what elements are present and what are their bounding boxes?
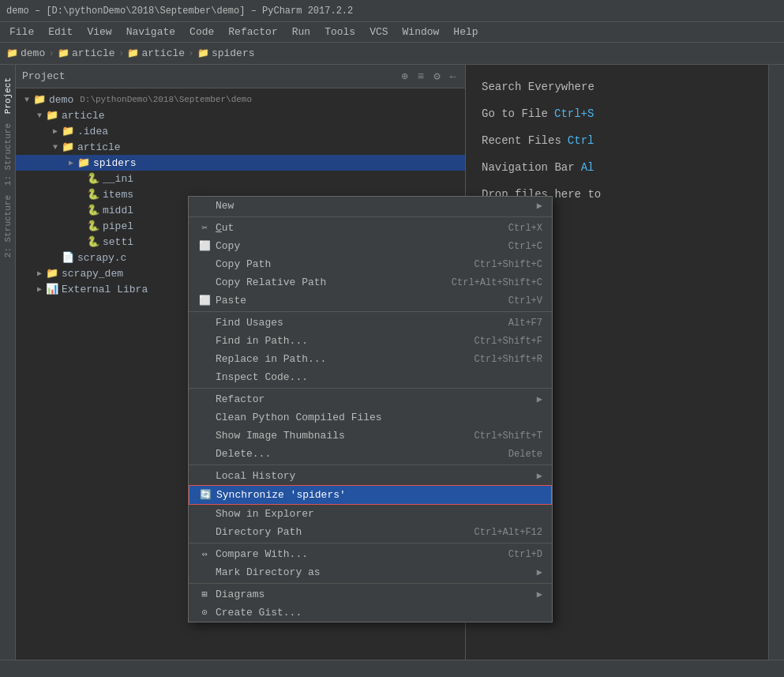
ctx-cleancompiled-label: Clean Python Compiled Files: [216, 412, 382, 423]
ctx-sep3: [189, 464, 552, 465]
ctx-creategist-icon: ⊙: [198, 607, 211, 619]
ctx-synchronize[interactable]: 🔄 Synchronize 'spiders': [189, 485, 552, 505]
menu-item-file[interactable]: File: [3, 24, 40, 39]
ctx-copyrelpath-label: Copy Relative Path: [216, 276, 326, 288]
structure-tab-2[interactable]: 2: Structure: [2, 190, 14, 262]
menu-item-run[interactable]: Run: [286, 24, 317, 39]
project-tab[interactable]: Project: [2, 73, 14, 118]
tree-label-article2: article: [77, 141, 121, 153]
menu-item-refactor[interactable]: Refactor: [222, 24, 283, 39]
ctx-diagrams-arrow: ▶: [537, 589, 542, 600]
ctx-findusages-shortcut: Alt+F7: [508, 318, 542, 329]
breadcrumb-separator: ›: [118, 47, 125, 59]
title-bar: demo – [D:\pythonDemo\2018\September\dem…: [0, 0, 784, 22]
ctx-find-in-path[interactable]: Find in Path... Ctrl+Shift+F: [189, 332, 552, 350]
header-icon-add[interactable]: ⊕: [399, 69, 410, 84]
ctx-create-gist[interactable]: ⊙ Create Gist...: [189, 604, 552, 622]
ctx-replace-in-path[interactable]: Replace in Path... Ctrl+Shift+R: [189, 350, 552, 368]
ctx-copy-label: Copy: [216, 240, 240, 252]
breadcrumb-label: article: [141, 47, 185, 59]
tree-item-demo[interactable]: ▼ 📁 demo D:\pythonDemo\2018\September\de…: [16, 92, 465, 107]
menu-item-window[interactable]: Window: [396, 24, 446, 39]
menu-item-vcs[interactable]: VCS: [363, 24, 394, 39]
menu-item-tools[interactable]: Tools: [318, 24, 362, 39]
tree-arrow-scrapydem: ▶: [35, 269, 44, 278]
tree-label-article1: article: [62, 110, 105, 122]
ctx-new-arrow: ▶: [537, 200, 542, 212]
hint-nav-key: Al: [581, 161, 595, 174]
menu-item-help[interactable]: Help: [447, 24, 484, 39]
ctx-cut[interactable]: ✂ Cut Ctrl+X: [189, 219, 552, 237]
tree-item-spiders[interactable]: ▶ 📁 spiders: [16, 155, 465, 171]
menu-item-code[interactable]: Code: [183, 24, 220, 39]
tree-label-pipel: pipel: [103, 220, 133, 232]
menu-item-view[interactable]: View: [81, 24, 118, 39]
breadcrumb-label: spiders: [212, 47, 255, 59]
ctx-copypath-shortcut: Ctrl+Shift+C: [475, 259, 542, 270]
ctx-delete-label: Delete...: [216, 448, 271, 460]
ctx-mark-directory[interactable]: Mark Directory as ▶: [189, 563, 552, 581]
menu-item-navigate[interactable]: Navigate: [120, 24, 182, 39]
ctx-compare-with[interactable]: ⇔ Compare With... Ctrl+D: [189, 545, 552, 563]
tree-label-setti: setti: [103, 236, 133, 248]
tree-arrow-demo: ▼: [22, 96, 32, 104]
folder-icon-extlib: 📊: [46, 283, 58, 295]
breadcrumb-item-demo[interactable]: 📁demo: [6, 47, 45, 59]
ctx-sep1: [189, 311, 552, 312]
ctx-markdir-arrow: ▶: [537, 566, 542, 578]
ctx-paste[interactable]: ⬜ Paste Ctrl+V: [189, 291, 552, 310]
tree-label-middl: middl: [103, 205, 133, 216]
file-icon-items: 🐍: [87, 188, 99, 201]
ctx-delete[interactable]: Delete... Delete: [189, 445, 552, 463]
ctx-showimage-shortcut: Ctrl+Shift+T: [475, 431, 542, 442]
ctx-diagrams-label: Diagrams: [216, 589, 264, 600]
ctx-show-image[interactable]: Show Image Thumbnails Ctrl+Shift+T: [189, 427, 552, 445]
menu-item-edit[interactable]: Edit: [42, 24, 79, 39]
breadcrumb-item-spiders[interactable]: 📁spiders: [197, 47, 255, 59]
ctx-copy[interactable]: ⬜ Copy Ctrl+C: [189, 237, 552, 255]
ctx-find-usages[interactable]: Find Usages Alt+F7: [189, 314, 552, 332]
tree-item-init[interactable]: ▶ 🐍 __ini: [16, 171, 465, 186]
ctx-comparewith-label: Compare With...: [216, 548, 308, 560]
tree-label-items: items: [103, 189, 133, 201]
ctx-copy-relative-path[interactable]: Copy Relative Path Ctrl+Alt+Shift+C: [189, 273, 552, 291]
ctx-clean-compiled[interactable]: Clean Python Compiled Files: [189, 408, 552, 427]
ctx-paste-shortcut: Ctrl+V: [508, 295, 542, 307]
ctx-show-explorer[interactable]: Show in Explorer: [189, 505, 552, 523]
ctx-delete-shortcut: Delete: [508, 449, 542, 460]
ctx-diagrams[interactable]: ⊞ Diagrams ▶: [189, 585, 552, 604]
tree-path-demo: D:\pythonDemo\2018\September\demo: [80, 95, 252, 104]
breadcrumb-folder-icon: 📁: [197, 47, 209, 59]
ctx-new[interactable]: New ▶: [189, 197, 552, 215]
breadcrumb-item-article[interactable]: 📁article: [127, 47, 185, 59]
tree-item-article2[interactable]: ▼ 📁 article: [16, 139, 465, 155]
ctx-findinpath-label: Find in Path...: [216, 335, 308, 347]
ctx-directory-path[interactable]: Directory Path Ctrl+Alt+F12: [189, 523, 552, 541]
ctx-cut-label: Cut: [216, 222, 234, 234]
ctx-copy-path[interactable]: Copy Path Ctrl+Shift+C: [189, 255, 552, 273]
ctx-paste-label: Paste: [216, 295, 246, 307]
ctx-local-history[interactable]: Local History ▶: [189, 467, 552, 485]
project-title: Project: [22, 70, 394, 82]
ctx-refactor[interactable]: Refactor ▶: [189, 390, 552, 408]
title-text: demo – [D:\pythonDemo\2018\September\dem…: [6, 6, 353, 17]
breadcrumb-folder-icon: 📁: [58, 47, 69, 59]
ctx-inspect-code[interactable]: Inspect Code...: [189, 368, 552, 386]
ctx-replaceinpath-shortcut: Ctrl+Shift+R: [475, 354, 542, 365]
ctx-copy-shortcut: Ctrl+C: [508, 241, 542, 252]
tree-arrow-idea: ▶: [51, 126, 60, 136]
header-icon-menu[interactable]: ≡: [415, 70, 426, 84]
breadcrumb-item-article[interactable]: 📁article: [58, 47, 115, 59]
hint-recent-files: Recent Files Ctrl: [482, 134, 752, 147]
hint-recent-key: Ctrl: [568, 134, 595, 147]
folder-icon-article2: 📁: [62, 141, 74, 153]
tree-item-idea[interactable]: ▶ 📁 .idea: [16, 123, 465, 139]
header-icon-collapse[interactable]: ←: [448, 70, 459, 84]
ctx-replaceinpath-label: Replace in Path...: [216, 353, 326, 365]
ctx-copy-icon: ⬜: [198, 240, 211, 252]
hint-nav-text: Navigation Bar: [482, 161, 575, 174]
file-icon-init: 🐍: [87, 172, 99, 185]
structure-tab-1[interactable]: 1: Structure: [2, 118, 14, 190]
header-icon-settings[interactable]: ⚙: [431, 69, 442, 84]
tree-item-article1[interactable]: ▼ 📁 article: [16, 107, 465, 123]
